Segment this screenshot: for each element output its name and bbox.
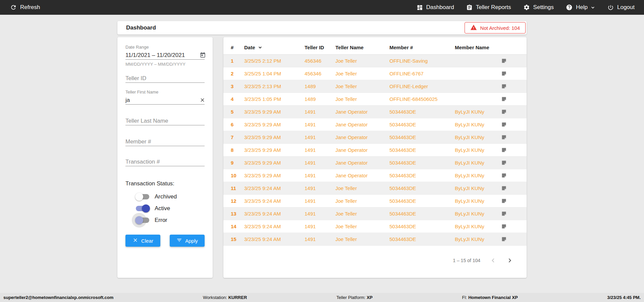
transaction-status-label: Transaction Status: — [125, 180, 205, 187]
teller-last-name-field — [125, 117, 205, 125]
note-icon[interactable] — [501, 173, 507, 178]
note-icon[interactable] — [501, 83, 507, 89]
row-number: 3 — [231, 83, 244, 89]
table-row[interactable]: 6 3/23/25 9:29 AM 1491 Jane Operator 503… — [223, 118, 527, 131]
row-date: 3/23/25 9:24 AM — [244, 185, 305, 191]
row-number: 5 — [231, 109, 244, 115]
row-number: 1 — [231, 58, 244, 64]
note-icon[interactable] — [501, 134, 507, 140]
toggle-active-label: Active — [155, 205, 170, 212]
calendar-icon[interactable] — [200, 52, 206, 58]
warning-triangle-icon — [470, 24, 477, 32]
toggle-active[interactable]: Active — [135, 204, 205, 213]
help-icon — [566, 4, 573, 11]
nav-help[interactable]: Help — [566, 4, 595, 11]
teller-id-field — [125, 74, 205, 83]
toggle-archived[interactable]: Archived — [135, 192, 205, 201]
row-date: 3/23/25 9:29 AM — [244, 160, 305, 166]
table-body: 1 3/25/25 2:12 PM 456346 Joe Teller OFFL… — [223, 55, 527, 246]
row-teller-id: 1491 — [305, 173, 335, 178]
sort-desc-icon — [258, 45, 263, 50]
table-row[interactable]: 7 3/23/25 9:29 AM 1491 Jane Operator 503… — [223, 131, 527, 144]
row-member-number: 5034463DE — [389, 160, 455, 166]
row-teller-name: Jane Operator — [335, 173, 389, 178]
row-number: 6 — [231, 122, 244, 127]
page-title: Dashboard — [126, 24, 156, 31]
reports-clipboard-icon — [466, 4, 473, 11]
row-teller-id: 1491 — [305, 109, 335, 115]
table-row[interactable]: 2 3/25/25 1:04 PM 456346 Joe Teller OFFL… — [223, 67, 527, 80]
note-icon[interactable] — [501, 198, 507, 204]
row-date: 3/25/25 2:12 PM — [244, 58, 305, 64]
row-teller-name: Joe Teller — [335, 58, 389, 64]
note-icon[interactable] — [501, 96, 507, 102]
row-teller-name: Joe Teller — [335, 71, 389, 76]
note-icon[interactable] — [501, 109, 507, 115]
table-row[interactable]: 4 3/23/25 1:05 PM 1489 Joe Teller OFFLIN… — [223, 93, 527, 106]
nav-dashboard[interactable]: Dashboard — [417, 4, 454, 11]
row-member-name: ByLyJI KUNy — [455, 224, 501, 229]
col-header-teller-id: Teller ID — [305, 45, 335, 50]
row-member-name: ByLyJI KUNy — [455, 198, 501, 204]
not-archived-badge[interactable]: Not Archived: 104 — [465, 22, 526, 34]
col-header-member-name: Member Name — [455, 45, 501, 50]
table-row[interactable]: 1 3/25/25 2:12 PM 456346 Joe Teller OFFL… — [223, 55, 527, 67]
row-member-number: OFFLINE-Saving — [389, 58, 455, 64]
toggle-error[interactable]: Error — [135, 216, 205, 225]
row-number: 12 — [231, 198, 244, 204]
table-row[interactable]: 12 3/23/25 9:24 AM 1491 Joe Teller 50344… — [223, 195, 527, 207]
table-row[interactable]: 14 3/23/25 9:24 AM 1491 Joe Teller 50344… — [223, 220, 527, 233]
refresh-label: Refresh — [20, 4, 40, 11]
row-date: 3/23/25 9:29 AM — [244, 173, 305, 178]
refresh-button[interactable]: Refresh — [10, 4, 40, 11]
row-date: 3/23/25 2:13 PM — [244, 83, 305, 89]
next-page-button[interactable] — [506, 256, 514, 264]
teller-id-input[interactable] — [125, 74, 205, 82]
clear-field-x-icon[interactable] — [200, 97, 205, 103]
teller-last-name-input[interactable] — [125, 117, 205, 125]
transaction-number-input[interactable] — [125, 158, 205, 166]
note-icon[interactable] — [501, 236, 507, 242]
row-member-number: 5034463DE — [389, 185, 455, 191]
clear-button[interactable]: Clear — [125, 235, 160, 247]
row-teller-name: Joe Teller — [335, 224, 389, 229]
row-member-number: 5034463DE — [389, 224, 455, 229]
toggle-archived-label: Archived — [155, 193, 177, 200]
col-header-member-num: Member # — [389, 45, 455, 50]
row-teller-id: 1491 — [305, 236, 335, 242]
table-row[interactable]: 10 3/23/25 9:29 AM 1491 Jane Operator 50… — [223, 169, 527, 182]
table-row[interactable]: 9 3/23/25 9:29 AM 1491 Jane Operator 503… — [223, 157, 527, 169]
table-row[interactable]: 11 3/23/25 9:24 AM 1491 Joe Teller 50344… — [223, 182, 527, 195]
nav-logout[interactable]: Logout — [607, 4, 635, 11]
row-teller-id: 1489 — [305, 96, 335, 102]
nav-teller-reports[interactable]: Teller Reports — [466, 4, 511, 11]
note-icon[interactable] — [501, 211, 507, 217]
table-row[interactable]: 13 3/23/25 9:24 AM 1491 Joe Teller 50344… — [223, 207, 527, 220]
previous-page-button[interactable] — [489, 256, 497, 264]
row-member-number: 5034463DE — [389, 147, 455, 153]
nav-settings-label: Settings — [533, 4, 554, 11]
member-number-input[interactable] — [125, 138, 205, 146]
note-icon[interactable] — [501, 71, 507, 76]
row-member-name: ByLyJI KUNy — [455, 160, 501, 166]
note-icon[interactable] — [501, 224, 507, 229]
pagination: 1 – 15 of 104 — [223, 256, 527, 264]
table-row[interactable]: 15 3/23/25 9:24 AM 1491 Joe Teller 50344… — [223, 233, 527, 246]
note-icon[interactable] — [501, 147, 507, 153]
apply-button[interactable]: Apply — [170, 235, 205, 247]
table-row[interactable]: 5 3/23/25 9:29 AM 1491 Jane Operator 503… — [223, 106, 527, 118]
table-row[interactable]: 3 3/23/25 2:13 PM 1489 Joe Teller OFFLIN… — [223, 80, 527, 93]
row-date: 3/23/25 9:29 AM — [244, 134, 305, 140]
note-icon[interactable] — [501, 58, 507, 64]
col-header-date[interactable]: Date — [244, 45, 305, 50]
gear-icon — [523, 4, 530, 11]
teller-first-name-input[interactable] — [125, 96, 200, 104]
note-icon[interactable] — [501, 185, 507, 191]
error-switch — [135, 216, 150, 225]
nav-settings[interactable]: Settings — [523, 4, 554, 11]
table-row[interactable]: 8 3/23/25 9:29 AM 1491 Jane Operator 503… — [223, 144, 527, 157]
date-range-input[interactable] — [125, 51, 200, 59]
note-icon[interactable] — [501, 160, 507, 166]
note-icon[interactable] — [501, 122, 507, 127]
chevron-down-icon — [590, 5, 595, 10]
